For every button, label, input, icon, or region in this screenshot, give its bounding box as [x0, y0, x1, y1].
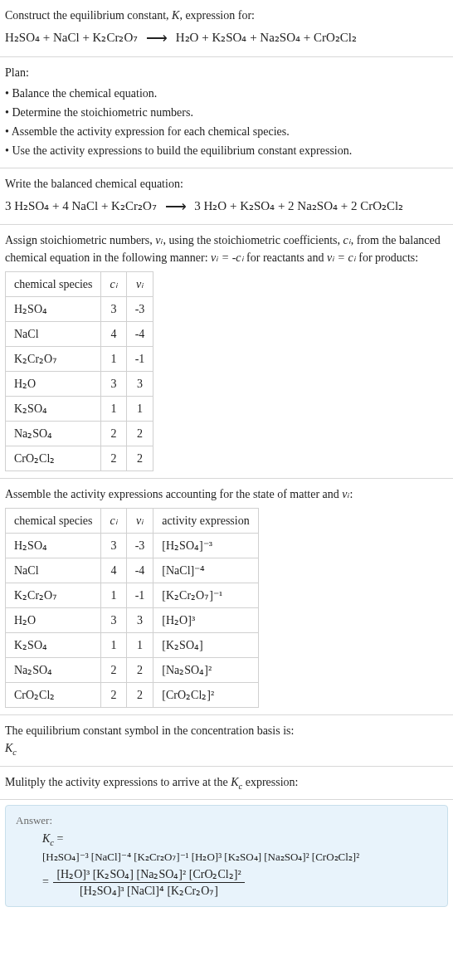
stoich-rel: νᵢ = cᵢ	[327, 251, 356, 264]
kc-fraction: [H₂O]³ [K₂SO₄] [Na₂SO₄]² [CrO₂Cl₂]² [H₂S…	[53, 867, 244, 898]
cell-species: K₂Cr₂O₇	[6, 347, 101, 372]
cell-species: NaCl	[6, 558, 101, 583]
stoich-rel: νᵢ = -cᵢ	[211, 251, 244, 264]
cell-ci: 3	[101, 534, 126, 558]
cell-ci: 2	[101, 683, 126, 708]
multiply-block: Mulitply the activity expressions to arr…	[0, 767, 453, 801]
cell-ci: 3	[101, 297, 126, 322]
cell-nui: -3	[126, 534, 153, 558]
plan-list: • Balance the chemical equation. • Deter…	[5, 85, 448, 159]
cell-ci: 2	[101, 658, 126, 683]
table-row: H₂SO₄3-3[H₂SO₄]⁻³	[6, 534, 259, 558]
cell-nui: 3	[126, 608, 153, 633]
activity-intro: Assemble the activity expressions accoun…	[5, 485, 448, 503]
activity-text: Assemble the activity expressions accoun…	[5, 488, 342, 500]
prompt-part1: Construct the equilibrium constant,	[5, 9, 172, 22]
kc-k: K	[42, 832, 50, 845]
prompt-part2: , expression for:	[179, 9, 255, 22]
cell-nui: 1	[126, 397, 153, 422]
cell-ci: 4	[101, 558, 126, 583]
cell-nui: -1	[126, 347, 153, 372]
cell-ci: 1	[101, 397, 126, 422]
cell-species: H₂SO₄	[6, 534, 101, 558]
stoich-text: Assign stoichiometric numbers,	[5, 234, 155, 246]
table-row: K₂SO₄11	[6, 397, 153, 422]
kc-product-line: [H₂SO₄]⁻³ [NaCl]⁻⁴ [K₂Cr₂O₇]⁻¹ [H₂O]³ [K…	[42, 851, 437, 864]
cell-species: H₂O	[6, 608, 101, 633]
cell-nui: -1	[126, 583, 153, 608]
reaction-arrow-icon: ⟶	[165, 194, 187, 220]
reaction-lhs: H₂SO₄ + NaCl + K₂Cr₂O₇	[5, 31, 138, 44]
fraction-denominator: [H₂SO₄]³ [NaCl]⁴ [K₂Cr₂O₇]	[53, 882, 244, 898]
kc-fraction-line: = [H₂O]³ [K₂SO₄] [Na₂SO₄]² [CrO₂Cl₂]² [H…	[42, 867, 437, 898]
stoich-text: , using the stoichiometric coefficients,	[163, 234, 343, 246]
plan-item: • Determine the stoichiometric numbers.	[5, 104, 448, 121]
cell-activity: [CrO₂Cl₂]²	[153, 683, 258, 708]
stoich-table: chemical species cᵢ νᵢ H₂SO₄3-3 NaCl4-4 …	[5, 271, 153, 471]
cell-species: H₂O	[6, 372, 101, 397]
cell-species: Na₂SO₄	[6, 658, 101, 683]
kc-k: K	[231, 776, 238, 788]
cell-nui: -3	[126, 297, 153, 322]
table-row: Na₂SO₄22	[6, 422, 153, 446]
cell-activity: [Na₂SO₄]²	[153, 658, 258, 683]
nu-i: νᵢ	[342, 488, 349, 500]
balanced-intro: Write the balanced chemical equation:	[5, 175, 448, 193]
balanced-lhs: 3 H₂SO₄ + 4 NaCl + K₂Cr₂O₇	[5, 199, 157, 212]
cell-nui: 3	[126, 372, 153, 397]
table-row: Na₂SO₄22[Na₂SO₄]²	[6, 658, 259, 683]
col-activity: activity expression	[153, 509, 258, 534]
balanced-reaction: 3 H₂SO₄ + 4 NaCl + K₂Cr₂O₇ ⟶ 3 H₂O + K₂S…	[5, 193, 448, 218]
cell-ci: 1	[101, 583, 126, 608]
kc-symbol-block: The equilibrium constant symbol in the c…	[0, 715, 453, 767]
table-row: CrO₂Cl₂22[CrO₂Cl₂]²	[6, 683, 259, 708]
stoich-text: for products:	[356, 251, 418, 264]
cell-species: K₂Cr₂O₇	[6, 583, 101, 608]
unbalanced-reaction: H₂SO₄ + NaCl + K₂Cr₂O₇ ⟶ H₂O + K₂SO₄ + N…	[5, 24, 448, 50]
cell-species: CrO₂Cl₂	[6, 683, 101, 708]
cell-species: NaCl	[6, 322, 101, 347]
stoich-block: Assign stoichiometric numbers, νᵢ, using…	[0, 225, 453, 479]
plan-block: Plan: • Balance the chemical equation. •…	[0, 57, 453, 168]
activity-table: chemical species cᵢ νᵢ activity expressi…	[5, 508, 259, 708]
cell-nui: 2	[126, 683, 153, 708]
cell-ci: 3	[101, 608, 126, 633]
cell-ci: 4	[101, 322, 126, 347]
equals-sign: =	[54, 832, 63, 845]
balanced-block: Write the balanced chemical equation: 3 …	[0, 168, 453, 226]
balanced-rhs: 3 H₂O + K₂SO₄ + 2 Na₂SO₄ + 2 CrO₂Cl₂	[194, 199, 403, 212]
cell-nui: -4	[126, 322, 153, 347]
prompt-k: K	[172, 9, 179, 22]
cell-ci: 2	[101, 446, 126, 471]
multiply-text: Mulitply the activity expressions to arr…	[5, 776, 231, 788]
cell-species: Na₂SO₄	[6, 422, 101, 446]
table-row: NaCl4-4	[6, 322, 153, 347]
cell-species: K₂SO₄	[6, 633, 101, 658]
cell-activity: [K₂SO₄]	[153, 633, 258, 658]
prompt-block: Construct the equilibrium constant, K, e…	[0, 0, 453, 57]
cell-ci: 1	[101, 347, 126, 372]
kc-k: K	[5, 742, 12, 754]
cell-ci: 3	[101, 372, 126, 397]
reaction-arrow-icon: ⟶	[146, 26, 168, 51]
cell-species: H₂SO₄	[6, 297, 101, 322]
prompt-text: Construct the equilibrium constant, K, e…	[5, 7, 448, 24]
stoich-intro: Assign stoichiometric numbers, νᵢ, using…	[5, 232, 448, 266]
stoich-text: for reactants and	[244, 251, 327, 264]
cell-species: CrO₂Cl₂	[6, 446, 101, 471]
table-header-row: chemical species cᵢ νᵢ activity expressi…	[6, 509, 259, 534]
col-nui: νᵢ	[126, 509, 153, 534]
plan-item: • Assemble the activity expression for e…	[5, 123, 448, 140]
cell-activity: [K₂Cr₂O₇]⁻¹	[153, 583, 258, 608]
col-species: chemical species	[6, 509, 101, 534]
plan-title: Plan:	[5, 64, 448, 81]
table-row: NaCl4-4[NaCl]⁻⁴	[6, 558, 259, 583]
col-species: chemical species	[6, 272, 101, 297]
kc-line: Kc =	[42, 832, 437, 848]
multiply-text: expression:	[242, 776, 298, 788]
table-row: CrO₂Cl₂22	[6, 446, 153, 471]
table-header-row: chemical species cᵢ νᵢ	[6, 272, 153, 297]
table-row: H₂O33	[6, 372, 153, 397]
col-ci: cᵢ	[101, 272, 126, 297]
table-row: K₂SO₄11[K₂SO₄]	[6, 633, 259, 658]
